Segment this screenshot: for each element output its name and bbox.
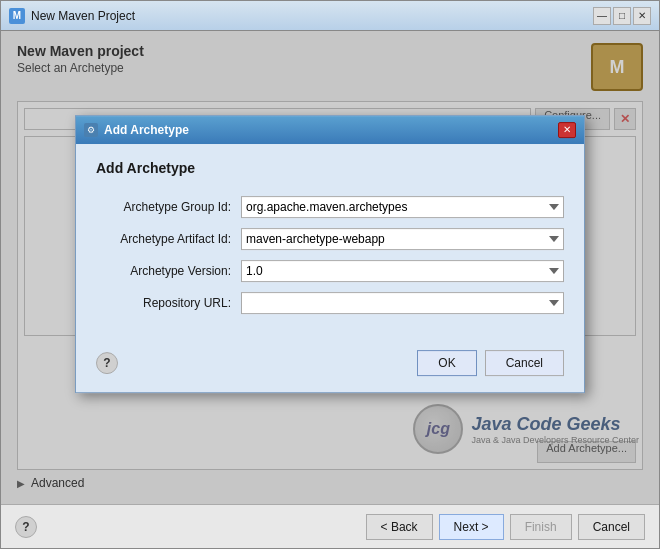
main-content-area: New Maven project Select an Archetype M … (1, 31, 659, 504)
dialog-title-text: Add Archetype (104, 123, 189, 137)
dialog-body: Add Archetype Archetype Group Id: org.ap… (76, 144, 584, 340)
version-select[interactable]: 1.0 (241, 260, 564, 282)
dialog-close-button[interactable]: ✕ (558, 122, 576, 138)
dialog-cancel-button[interactable]: Cancel (485, 350, 564, 376)
group-id-wrapper: org.apache.maven.archetypes (241, 196, 564, 218)
dialog-icon: ⚙ (84, 123, 98, 137)
version-wrapper: 1.0 (241, 260, 564, 282)
group-id-label: Archetype Group Id: (96, 200, 241, 214)
group-id-row: Archetype Group Id: org.apache.maven.arc… (96, 196, 564, 218)
ok-button[interactable]: OK (417, 350, 476, 376)
help-button[interactable]: ? (15, 516, 37, 538)
dialog-button-group: OK Cancel (417, 350, 564, 376)
bottom-bar: ? < Back Next > Finish Cancel (1, 504, 659, 548)
repository-label: Repository URL: (96, 296, 241, 310)
next-button[interactable]: Next > (439, 514, 504, 540)
window-icon: M (9, 8, 25, 24)
version-row: Archetype Version: 1.0 (96, 260, 564, 282)
dialog-heading: Add Archetype (96, 160, 564, 176)
main-window: M New Maven Project — □ ✕ New Maven proj… (0, 0, 660, 549)
repository-row: Repository URL: (96, 292, 564, 314)
title-bar-left: M New Maven Project (9, 8, 135, 24)
bottom-right: < Back Next > Finish Cancel (366, 514, 645, 540)
add-archetype-dialog: ⚙ Add Archetype ✕ Add Archetype Archetyp… (75, 115, 585, 393)
finish-button[interactable]: Finish (510, 514, 572, 540)
cancel-button[interactable]: Cancel (578, 514, 645, 540)
title-bar: M New Maven Project — □ ✕ (1, 1, 659, 31)
repository-wrapper (241, 292, 564, 314)
window-controls: — □ ✕ (593, 7, 651, 25)
bottom-left: ? (15, 516, 37, 538)
repository-select[interactable] (241, 292, 564, 314)
dialog-title-left: ⚙ Add Archetype (84, 123, 189, 137)
artifact-id-row: Archetype Artifact Id: maven-archetype-w… (96, 228, 564, 250)
artifact-id-label: Archetype Artifact Id: (96, 232, 241, 246)
dialog-box: ⚙ Add Archetype ✕ Add Archetype Archetyp… (75, 115, 585, 393)
close-window-button[interactable]: ✕ (633, 7, 651, 25)
minimize-button[interactable]: — (593, 7, 611, 25)
back-button[interactable]: < Back (366, 514, 433, 540)
artifact-id-wrapper: maven-archetype-webapp (241, 228, 564, 250)
dialog-title-bar: ⚙ Add Archetype ✕ (76, 116, 584, 144)
group-id-select[interactable]: org.apache.maven.archetypes (241, 196, 564, 218)
version-label: Archetype Version: (96, 264, 241, 278)
dialog-help-button[interactable]: ? (96, 352, 118, 374)
window-title: New Maven Project (31, 9, 135, 23)
dialog-footer: ? OK Cancel (76, 340, 584, 392)
maximize-button[interactable]: □ (613, 7, 631, 25)
artifact-id-select[interactable]: maven-archetype-webapp (241, 228, 564, 250)
